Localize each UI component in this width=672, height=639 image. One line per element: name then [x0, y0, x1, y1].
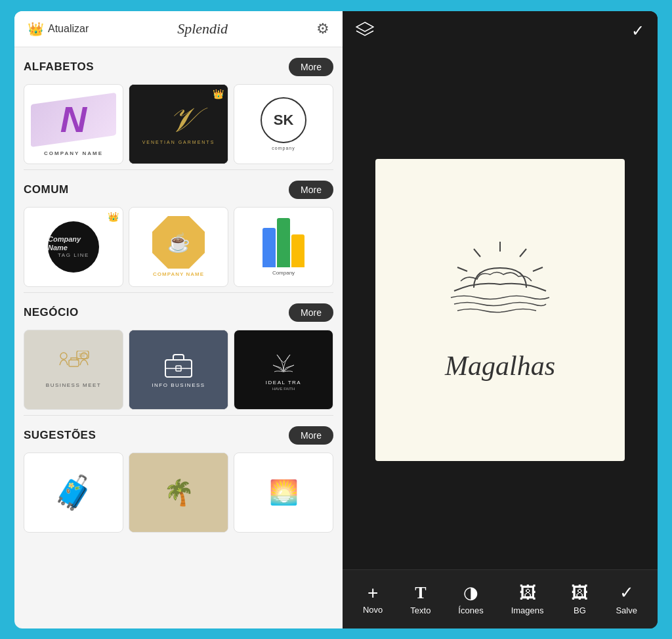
save-check-icon: ✓ — [620, 583, 634, 603]
section-title-comum: COMUM — [24, 183, 69, 196]
card-inner-infobiz: INFO BUSINESS — [129, 330, 228, 409]
templates-grid-comum: 👑 Company Name TAG LINE — [24, 207, 333, 287]
colorful-books — [262, 218, 304, 267]
gear-icon[interactable]: ⚙ — [316, 20, 329, 37]
section-title-sugestoes: SUGESTÕES — [24, 429, 96, 442]
more-button-sugestoes[interactable]: More — [289, 426, 333, 445]
plus-icon: + — [368, 584, 378, 602]
sun-logo-svg — [434, 238, 566, 343]
tool-bg-label: BG — [574, 606, 586, 615]
tool-texto-label: Texto — [410, 606, 430, 615]
left-panel: 👑 Atualizar Splendid ⚙ ALFABETOS More — [14, 11, 343, 628]
more-button-comum[interactable]: More — [289, 181, 333, 199]
section-negocio: NEGÓCIO More — [14, 293, 343, 415]
header: 👑 Atualizar Splendid ⚙ — [14, 11, 343, 47]
sunset-icon: 🌅 — [269, 479, 299, 506]
check-icon-header[interactable]: ✓ — [631, 22, 644, 40]
images-icon: 🖼 — [519, 583, 536, 603]
scroll-content: ALFABETOS More N COMPANY NAME — [14, 47, 343, 628]
card-inner-island: 🌴 — [129, 453, 228, 532]
card-inner-sunset: 🌅 — [234, 453, 333, 532]
card-inner-colorful: Company — [234, 208, 333, 286]
tool-salve-label: Salve — [616, 606, 637, 615]
templates-grid-alfabetos: N COMPANY NAME 👑 𝒱 VENETIAN GARMENTS — [24, 84, 333, 164]
template-card-coffee[interactable]: ☕ COMPANY NAME — [129, 207, 228, 287]
app-container: 👑 Atualizar Splendid ⚙ ALFABETOS More — [14, 11, 658, 628]
bg-icon: 🖼 — [571, 583, 588, 603]
template-card-ideal[interactable]: IDEAL TRA HAVE FAITH — [234, 330, 333, 410]
svg-point-0 — [60, 353, 67, 359]
island-icon: 🌴 — [163, 478, 194, 507]
section-alfabetos: ALFABETOS More N COMPANY NAME — [14, 47, 343, 169]
bizmeet-label: BUSINESS MEET — [46, 382, 101, 388]
section-title-negocio: NEGÓCIO — [24, 306, 79, 319]
template-card-bizmeet[interactable]: BUSINESS MEET — [24, 330, 123, 410]
templates-grid-negocio: BUSINESS MEET — [24, 330, 333, 410]
tool-novo-label: Novo — [363, 605, 383, 615]
crown-icon: 👑 — [28, 21, 44, 37]
section-header-negocio: NEGÓCIO More — [24, 303, 333, 322]
bizmeet-svg — [56, 351, 92, 378]
app-title: Splendid — [177, 20, 228, 37]
section-sugestoes: SUGESTÕES More 🧳 🌴 — [14, 416, 343, 538]
ideal-sub-label: HAVE FAITH — [272, 387, 295, 391]
suitcase-icon: 🧳 — [53, 474, 94, 512]
section-title-alfabetos: ALFABETOS — [24, 60, 94, 74]
svg-rect-2 — [69, 360, 79, 366]
coffee-octagon: ☕ — [152, 216, 205, 269]
venetian-company: VENETIAN GARMENTS — [142, 140, 215, 144]
brand-name-text: Magalhas — [445, 350, 555, 382]
ideal-label: IDEAL TRA — [266, 380, 301, 386]
coffee-cup-icon: ☕ — [167, 232, 190, 253]
update-button[interactable]: 👑 Atualizar — [28, 21, 89, 37]
template-card-island[interactable]: 🌴 — [129, 452, 228, 533]
template-card-suitcase[interactable]: 🧳 — [24, 452, 123, 533]
template-card-sk[interactable]: SK company — [234, 84, 333, 164]
card-inner-suitcase: 🧳 — [24, 453, 123, 532]
icons-icon: ◑ — [463, 583, 478, 603]
tool-imagens-label: Imagens — [511, 606, 544, 615]
right-header: ✓ — [343, 11, 658, 51]
tool-salve[interactable]: ✓ Salve — [616, 583, 637, 615]
briefcase-svg — [163, 351, 194, 378]
infobiz-label: INFO BUSINESS — [152, 382, 205, 388]
template-card-sunset[interactable]: 🌅 — [234, 452, 333, 533]
more-button-negocio[interactable]: More — [289, 303, 333, 322]
card-inner-bizmeet: BUSINESS MEET — [24, 330, 123, 409]
svg-line-12 — [533, 267, 543, 271]
crown-badge-circle: 👑 — [108, 211, 119, 222]
tool-icones-label: Ícones — [458, 606, 483, 615]
bottom-toolbar: + Novo T Texto ◑ Ícones 🖼 Imagens 🖼 BG ✓ — [343, 569, 658, 628]
tool-texto[interactable]: T Texto — [410, 583, 430, 615]
template-card-colorful[interactable]: Company — [234, 207, 333, 287]
layers-icon[interactable] — [356, 22, 374, 40]
template-card-venetian[interactable]: 👑 𝒱 VENETIAN GARMENTS — [129, 84, 228, 164]
card-n-company: COMPANY NAME — [44, 150, 103, 156]
circle-logo: Company Name TAG LINE — [48, 221, 99, 273]
crown-badge-venetian: 👑 — [213, 89, 224, 99]
coffee-company-text: COMPANY NAME — [153, 271, 204, 277]
svg-marker-9 — [356, 22, 373, 32]
design-canvas[interactable]: Magalhas — [375, 159, 625, 461]
template-card-circle[interactable]: 👑 Company Name TAG LINE — [24, 207, 123, 287]
card-inner-n: N COMPANY NAME — [24, 85, 123, 164]
card-inner-ideal: IDEAL TRA HAVE FAITH — [234, 330, 333, 409]
sk-circle: SK — [261, 97, 306, 143]
lotus-svg — [269, 348, 298, 377]
tool-imagens[interactable]: 🖼 Imagens — [511, 583, 544, 615]
tool-novo[interactable]: + Novo — [363, 584, 383, 615]
tool-icones[interactable]: ◑ Ícones — [458, 583, 483, 615]
section-header-sugestoes: SUGESTÕES More — [24, 426, 333, 445]
tool-bg[interactable]: 🖼 BG — [571, 583, 588, 615]
svg-line-14 — [457, 267, 467, 271]
more-button-alfabetos[interactable]: More — [289, 58, 333, 76]
card-inner-sk: SK company — [234, 85, 333, 164]
text-icon: T — [415, 583, 426, 603]
update-label: Atualizar — [48, 23, 89, 35]
template-card-infobiz[interactable]: INFO BUSINESS — [129, 330, 228, 410]
section-header-alfabetos: ALFABETOS More — [24, 58, 333, 76]
templates-grid-sugestoes: 🧳 🌴 🌅 — [24, 452, 333, 533]
section-comum: COMUM More 👑 Company Name TAG LINE — [14, 170, 343, 292]
template-card-n[interactable]: N COMPANY NAME — [24, 84, 123, 164]
canvas-area: Magalhas — [343, 51, 658, 569]
